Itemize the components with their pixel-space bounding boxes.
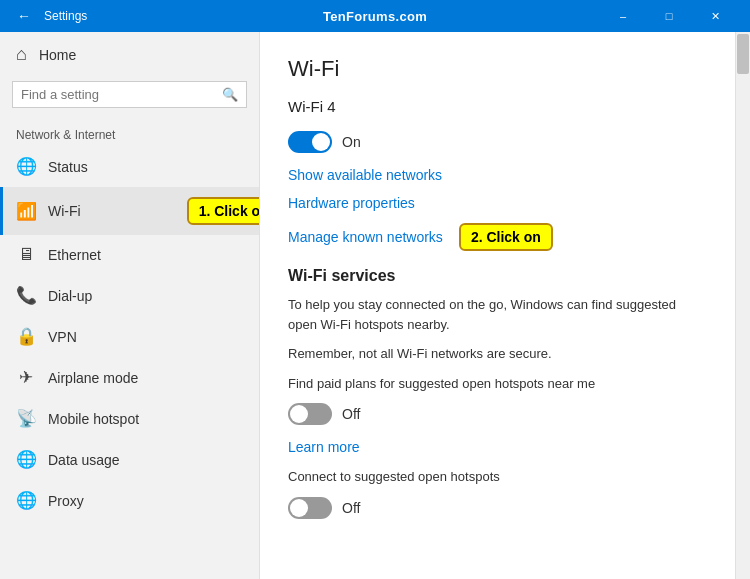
wifi-services-title: Wi-Fi services: [288, 267, 707, 285]
maximize-button[interactable]: □: [646, 0, 692, 32]
status-icon: 🌐: [16, 156, 36, 177]
airplane-icon: ✈: [16, 367, 36, 388]
window-controls: – □ ✕: [600, 0, 738, 32]
sidebar-item-airplane[interactable]: ✈ Airplane mode: [0, 357, 259, 398]
paid-plans-toggle-row: Off: [288, 403, 707, 425]
search-input[interactable]: [21, 87, 216, 102]
hotspot-label: Mobile hotspot: [48, 411, 139, 427]
connect-toggle[interactable]: [288, 497, 332, 519]
connect-label: Connect to suggested open hotspots: [288, 467, 688, 487]
wifi-label: Wi-Fi: [48, 203, 81, 219]
search-box[interactable]: 🔍: [12, 81, 247, 108]
home-icon: ⌂: [16, 44, 27, 65]
hotspot-icon: 📡: [16, 408, 36, 429]
callout-1: 1. Click on: [187, 197, 260, 225]
vpn-label: VPN: [48, 329, 77, 345]
manage-known-networks-link[interactable]: Manage known networks: [288, 229, 443, 245]
hardware-properties-link[interactable]: Hardware properties: [288, 195, 707, 211]
paid-plans-knob: [290, 405, 308, 423]
show-networks-link[interactable]: Show available networks: [288, 167, 707, 183]
callout-2: 2. Click on: [459, 223, 553, 251]
watermark: TenForums.com: [323, 9, 427, 24]
dialup-icon: 📞: [16, 285, 36, 306]
close-button[interactable]: ✕: [692, 0, 738, 32]
paid-plans-label: Find paid plans for suggested open hotsp…: [288, 374, 688, 394]
scrollbar[interactable]: [735, 32, 750, 579]
wifi-icon: 📶: [16, 201, 36, 222]
sidebar-item-wifi[interactable]: 📶 Wi-Fi 1. Click on: [0, 187, 259, 235]
search-icon: 🔍: [222, 87, 238, 102]
connect-knob: [290, 499, 308, 517]
minimize-button[interactable]: –: [600, 0, 646, 32]
scroll-thumb[interactable]: [737, 34, 749, 74]
airplane-label: Airplane mode: [48, 370, 138, 386]
sidebar-item-hotspot[interactable]: 📡 Mobile hotspot: [0, 398, 259, 439]
app-body: ⌂ Home 🔍 Network & Internet 🌐 Status 📶 W…: [0, 32, 750, 579]
sidebar-item-status[interactable]: 🌐 Status: [0, 146, 259, 187]
data-icon: 🌐: [16, 449, 36, 470]
connect-toggle-row: Off: [288, 497, 707, 519]
wifi-toggle[interactable]: [288, 131, 332, 153]
sidebar-item-data[interactable]: 🌐 Data usage: [0, 439, 259, 480]
titlebar: ← Settings TenForums.com – □ ✕: [0, 0, 750, 32]
page-title: Wi-Fi: [288, 56, 707, 82]
sidebar-item-vpn[interactable]: 🔒 VPN: [0, 316, 259, 357]
toggle-knob: [312, 133, 330, 151]
sidebar-item-home[interactable]: ⌂ Home: [0, 32, 259, 77]
wifi-toggle-label: On: [342, 134, 361, 150]
content-area: Wi-Fi Wi-Fi 4 On Show available networks…: [260, 32, 735, 579]
sidebar-section-label: Network & Internet: [0, 120, 259, 146]
home-label: Home: [39, 47, 76, 63]
manage-row: Manage known networks 2. Click on: [288, 223, 707, 251]
sidebar-item-proxy[interactable]: 🌐 Proxy: [0, 480, 259, 521]
sidebar: ⌂ Home 🔍 Network & Internet 🌐 Status 📶 W…: [0, 32, 260, 579]
dialup-label: Dial-up: [48, 288, 92, 304]
paid-plans-toggle[interactable]: [288, 403, 332, 425]
paid-plans-toggle-label: Off: [342, 406, 360, 422]
proxy-label: Proxy: [48, 493, 84, 509]
learn-more-link[interactable]: Learn more: [288, 439, 707, 455]
data-label: Data usage: [48, 452, 120, 468]
sidebar-item-dialup[interactable]: 📞 Dial-up: [0, 275, 259, 316]
wifi4-label: Wi-Fi 4: [288, 98, 336, 115]
services-text-2: Remember, not all Wi-Fi networks are sec…: [288, 344, 688, 364]
services-text-1: To help you stay connected on the go, Wi…: [288, 295, 688, 334]
ethernet-label: Ethernet: [48, 247, 101, 263]
connect-toggle-label: Off: [342, 500, 360, 516]
ethernet-icon: 🖥: [16, 245, 36, 265]
sidebar-item-ethernet[interactable]: 🖥 Ethernet: [0, 235, 259, 275]
vpn-icon: 🔒: [16, 326, 36, 347]
status-label: Status: [48, 159, 88, 175]
wifi4-row: Wi-Fi 4: [288, 98, 707, 115]
proxy-icon: 🌐: [16, 490, 36, 511]
back-button[interactable]: ←: [12, 4, 36, 28]
wifi-toggle-row: On: [288, 131, 707, 153]
app-title: Settings: [44, 9, 87, 23]
